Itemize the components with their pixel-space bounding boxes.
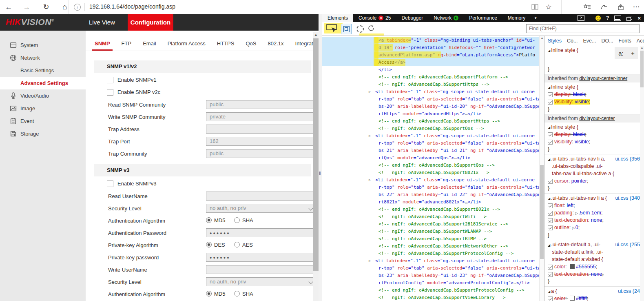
- site-info-icon[interactable]: i: [74, 4, 81, 11]
- elements-scrollbar[interactable]: ▲: [539, 36, 544, 301]
- checkbox-enable-snmp-v2c[interactable]: [107, 89, 113, 96]
- input-private-key-password[interactable]: ●●●●●●: [206, 253, 313, 262]
- open-console-icon[interactable]: >: [578, 15, 584, 21]
- styles-tab-acc[interactable]: Acc...: [637, 38, 644, 44]
- inherited-link[interactable]: div.layout-center: [579, 116, 615, 121]
- dom-node-line[interactable]: rtProtocolConfig" module="advancedProtoc…: [322, 279, 539, 287]
- stylesheet-link[interactable]: ui.css (24): [618, 288, 642, 295]
- dom-node-line[interactable]: <!-- ngIf: oAdvancedCap.bSupportWifi -->: [322, 213, 539, 221]
- radio-authentication-algorithm-sha[interactable]: [234, 291, 240, 297]
- help-icon[interactable]: ?: [606, 15, 609, 21]
- collapse-triangle-icon[interactable]: ◢: [548, 290, 550, 294]
- dom-node-line[interactable]: rt8021x" module="advanced8021x">…</li>: [322, 198, 539, 206]
- dom-node-line[interactable]: <!-- end ngIf: oAdvancedCap.bSupportHttp…: [322, 118, 539, 125]
- profiler-icon[interactable]: [368, 25, 374, 31]
- rule-selector[interactable]: ◢a {ui.css (24): [544, 288, 644, 295]
- dom-node-line[interactable]: bs-23" aria-labelledby="ui-id-23" ng-if=…: [322, 272, 539, 279]
- undock-icon[interactable]: [626, 16, 632, 20]
- nav-live-view[interactable]: Live View: [82, 14, 122, 31]
- styles-tab-fonts[interactable]: Fonts: [619, 38, 631, 44]
- dom-node-line[interactable]: <!-- ngIf: oAdvancedCap.bSupport8021x --…: [322, 169, 539, 176]
- expand-arrow-icon[interactable]: ▷: [369, 88, 371, 96]
- dom-node-line[interactable]: r-top" role="tab" aria-selected="false" …: [322, 184, 539, 191]
- rule-selector[interactable]: .ui-tabs-collapsible .ui-: [544, 163, 644, 170]
- rule-selector[interactable]: ◢.ui-tabs .ui-tabs-nav li a,ui.css (356): [544, 155, 644, 163]
- rule-selector[interactable]: ◢Inline style {: [544, 123, 644, 131]
- dom-node-line[interactable]: ▷<li tabindex="-1" class="ng-scope ui-st…: [322, 176, 539, 184]
- sidebar-item-network[interactable]: Network: [0, 51, 86, 64]
- input-authentication-password[interactable]: ●●●●●●: [206, 228, 313, 237]
- property-checkbox[interactable]: [548, 297, 553, 301]
- dom-node-line[interactable]: <!-- ngIf: oAdvancedCap.bSupportNetworkO…: [322, 243, 539, 250]
- favorite-star-icon[interactable]: ☆: [543, 0, 554, 14]
- dom-node-line[interactable]: bs-22" aria-labelledby="ui-id-22" ng-if=…: [322, 191, 539, 198]
- rule-selector[interactable]: state-default a:link, .ui-: [544, 248, 644, 256]
- input-read-username[interactable]: [206, 192, 313, 201]
- styles-tab-do[interactable]: DO...: [601, 38, 613, 44]
- nav-configuration[interactable]: Configuration: [128, 14, 173, 31]
- dom-node-line[interactable]: <!-- ngIf: oAdvancedCap.bSupportHttps --…: [322, 81, 539, 88]
- input-write-username[interactable]: [206, 265, 313, 274]
- dom-node-line[interactable]: advancedPlatform.asp" ng-bind="oLan.plat…: [322, 51, 539, 59]
- devtools-tab-memory[interactable]: Memory: [502, 14, 531, 22]
- rule-selector[interactable]: state-default a:visited {: [544, 256, 644, 263]
- dom-node-line[interactable]: <!-- end ngIf: oAdvancedCap.bSupportProt…: [322, 287, 539, 294]
- url-text[interactable]: 192.168.1.64/doc/page/config.asp: [89, 3, 175, 10]
- close-devtools-icon[interactable]: ×: [637, 15, 641, 21]
- tab-qos[interactable]: QoS: [246, 31, 256, 47]
- refresh-icon[interactable]: ↻: [40, 0, 52, 14]
- dom-node-line[interactable]: <a tabindex="-1" class="ng-binding ui-ta…: [322, 37, 539, 44]
- dom-node-line[interactable]: bs-20" aria-labelledby="ui-id-20" ng-if=…: [322, 103, 539, 110]
- dom-node-line[interactable]: Access</a>: [322, 59, 539, 66]
- dom-node-line[interactable]: <!-- ngIf: oAdvancedCap.bSupport28181Ser…: [322, 221, 539, 228]
- input-read-snmp-community[interactable]: public: [206, 100, 313, 109]
- property-checkbox[interactable]: [548, 218, 553, 223]
- element-highlighting-icon[interactable]: [341, 24, 352, 34]
- scrollbar-thumb[interactable]: [640, 51, 644, 87]
- dom-node-line[interactable]: ▷<li tabindex="-1" class="ng-scope ui-st…: [322, 132, 539, 140]
- find-input[interactable]: [526, 24, 640, 33]
- property-checkbox[interactable]: [548, 203, 553, 208]
- dom-node-line[interactable]: <!-- end ngIf: oAdvancedCap.bSupportPlat…: [322, 74, 539, 81]
- dock-bottom-icon[interactable]: [614, 16, 621, 21]
- address-bar[interactable]: i 192.168.1.64/doc/page/config.asp ☆: [69, 0, 562, 14]
- devtools-tab-performance[interactable]: Performance: [464, 14, 502, 22]
- more-tools-chevron-icon[interactable]: ▼: [531, 14, 540, 22]
- dom-node-line[interactable]: <!-- ngIf: oAdvancedCap.bSupportQos -->: [322, 125, 539, 132]
- splitter-grip-icon[interactable]: ‖: [319, 171, 321, 176]
- sidebar-item-image[interactable]: Image: [0, 102, 86, 115]
- input-write-snmp-community[interactable]: private: [206, 112, 313, 121]
- rule-selector[interactable]: ◢.ui-state-default a, .ui-ui.css (255): [544, 241, 644, 248]
- devtools-tab-elements[interactable]: Elements: [322, 14, 353, 22]
- radio-authentication-algorithm-sha[interactable]: [234, 217, 240, 223]
- tab-https[interactable]: HTTPS: [217, 31, 235, 47]
- input-trap-address[interactable]: [206, 125, 313, 134]
- forward-icon[interactable]: →: [20, 0, 33, 14]
- property-checkbox[interactable]: [548, 92, 553, 97]
- share-icon[interactable]: [615, 0, 627, 14]
- rule-selector[interactable]: ◢Inline style {: [544, 83, 644, 91]
- stylesheet-link[interactable]: ui.css (340): [615, 194, 642, 202]
- dom-node-line[interactable]: <!-- ngIf: oAdvancedCap.bSupportWLANAP -…: [322, 228, 539, 235]
- select-element-icon[interactable]: [326, 24, 339, 33]
- collapse-triangle-icon[interactable]: ◢: [548, 126, 550, 129]
- property-checkbox[interactable]: [548, 140, 553, 145]
- tab-802-1x[interactable]: 802.1x: [268, 31, 283, 47]
- inherited-link[interactable]: div.layout-center-inner: [579, 76, 627, 81]
- tab-ftp[interactable]: FTP: [122, 31, 132, 47]
- radio-private-key-algorithm-aes[interactable]: [234, 242, 240, 247]
- devtools-splitter[interactable]: ‖: [319, 14, 322, 301]
- dom-node-line[interactable]: </li>: [322, 66, 539, 74]
- sidebar-item-basic-settings[interactable]: Basic Settings: [0, 64, 86, 77]
- hub-icon[interactable]: [581, 0, 593, 14]
- dom-node-line[interactable]: rtHttps" module="advancedHttps">…</li>: [322, 110, 539, 118]
- color-swatch[interactable]: [570, 264, 575, 269]
- dom-node-line[interactable]: r-top" role="tab" aria-selected="false" …: [322, 265, 539, 272]
- dom-node-line[interactable]: <!-- end ngIf: oAdvancedCap.bSupportQos …: [322, 162, 539, 169]
- sidebar-item-advanced-settings[interactable]: Advanced Settings: [0, 77, 86, 89]
- input-trap-port[interactable]: 162: [206, 137, 313, 146]
- feedback-smiley-icon[interactable]: [595, 16, 601, 21]
- collapse-triangle-icon[interactable]: ◢: [548, 243, 550, 247]
- scroll-up-icon[interactable]: ▲: [640, 46, 644, 49]
- dom-node-line[interactable]: ▷<li tabindex="-1" class="ng-scope ui-st…: [322, 257, 539, 265]
